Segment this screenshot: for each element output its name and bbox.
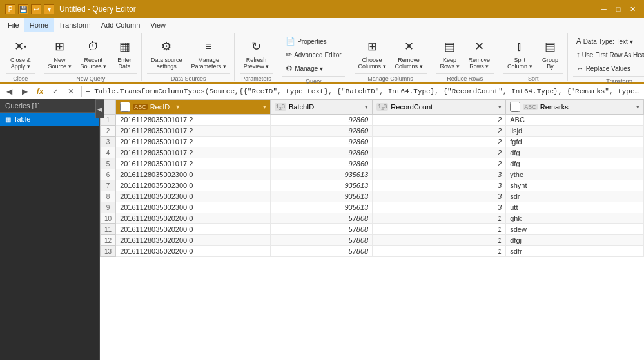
remarks-select-checkbox[interactable]	[510, 102, 520, 112]
col-header-recid[interactable]: ABC RecID ▼ ▾	[116, 100, 271, 115]
col-header-recordcount[interactable]: 123 RecordCount ▾	[373, 100, 506, 115]
recid-filter-button[interactable]: ▾	[263, 104, 266, 110]
batchid-cell: 935613	[270, 191, 372, 202]
recordcount-cell: 3	[373, 169, 506, 180]
choose-columns-button[interactable]: ⊞ ChooseColumns ▾	[355, 35, 390, 72]
table-row[interactable]: 9 20161128035002300 0 935613 3 utt	[101, 202, 644, 213]
group-label-close: Close	[6, 73, 35, 83]
group-label-sort: Sort	[503, 73, 563, 83]
row-num-cell: 7	[101, 180, 116, 191]
ribbon-group-query: 📄 Properties ✏ Advanced Editor ⚙ Manage …	[278, 33, 349, 81]
table-row[interactable]: 4 20161128035001017 2 92860 2 dfg	[101, 147, 644, 158]
row-num-cell: 3	[101, 137, 116, 147]
table-row[interactable]: 6 20161128035002300 0 935613 3 ythe	[101, 169, 644, 180]
enter-data-button[interactable]: ▦ EnterData	[112, 35, 137, 72]
remove-rows-button[interactable]: ✕ RemoveRows ▾	[465, 35, 494, 72]
quick-access-dropdown[interactable]: ▾	[44, 4, 54, 14]
remarks-cell: dfg	[506, 158, 644, 169]
data-type-button[interactable]: A Data Type: Text ▾	[573, 35, 644, 48]
row-num-cell: 6	[101, 169, 116, 180]
recordcount-filter-button[interactable]: ▾	[498, 104, 502, 110]
advanced-editor-button[interactable]: ✏ Advanced Editor	[282, 48, 344, 61]
table-row[interactable]: 1 20161128035001017 2 92860 2 ABC	[101, 115, 644, 126]
ribbon-group-close-items: ✕▾ Close &Apply ▾	[6, 35, 35, 72]
remarks-cell: dfgj	[506, 235, 644, 246]
properties-button[interactable]: 📄 Properties	[282, 35, 344, 48]
minimize-button[interactable]: ─	[598, 3, 610, 15]
recordcount-cell: 2	[373, 137, 506, 147]
batchid-cell: 935613	[270, 180, 372, 191]
query-item-table[interactable]: ▦ Table	[0, 113, 99, 126]
col-header-batchid[interactable]: 123 BatchID ▾	[270, 100, 372, 115]
formula-text[interactable]: = Table.TransformColumnTypes(Source,{{"R…	[86, 88, 641, 95]
menu-transform[interactable]: Transform	[54, 18, 96, 32]
table-row[interactable]: 13 20161128035020200 0 57808 1 sdfr	[101, 246, 644, 257]
table-row[interactable]: 5 20161128035001017 2 92860 2 dfg	[101, 158, 644, 169]
new-source-icon: ⊞	[51, 37, 69, 55]
batchid-filter-button[interactable]: ▾	[365, 104, 368, 110]
use-first-row-button[interactable]: ↑ Use First Row As Headers ▾	[573, 48, 644, 61]
row-num-cell: 12	[101, 235, 116, 246]
table-row[interactable]: 12 20161128035020200 0 57808 1 dfgj	[101, 235, 644, 246]
recid-cell: 20161128035002300 0	[116, 202, 271, 213]
recent-sources-button[interactable]: ⏱ RecentSources ▾	[77, 35, 111, 72]
ribbon-group-transform: A Data Type: Text ▾ ↑ Use First Row As H…	[569, 33, 644, 81]
batchid-type-icon: 123	[275, 103, 286, 111]
data-type-icon: A	[576, 37, 581, 46]
batchid-cell: 92860	[270, 147, 372, 158]
col-header-remarks[interactable]: ABC Remarks ▾	[506, 100, 644, 115]
table-row[interactable]: 3 20161128035001017 2 92860 2 fgfd	[101, 137, 644, 147]
group-label-data-sources: Data Sources	[147, 73, 230, 83]
table-row[interactable]: 11 20161128035020200 0 57808 1 sdew	[101, 224, 644, 235]
refresh-preview-icon: ↻	[247, 37, 265, 55]
maximize-button[interactable]: □	[612, 3, 625, 15]
batchid-cell: 57808	[270, 224, 372, 235]
table-icon: ▦	[5, 116, 11, 123]
data-source-settings-button[interactable]: ⚙ Data sourcesettings	[147, 35, 186, 72]
group-label-manage-columns: Manage Columns	[355, 73, 427, 83]
recid-cell: 20161128035001017 2	[116, 137, 271, 147]
ribbon-group-new-query-items: ⊞ NewSource ▾ ⏱ RecentSources ▾ ▦ EnterD…	[44, 35, 138, 72]
menu-view[interactable]: View	[145, 18, 171, 32]
manage-parameters-icon: ≡	[200, 37, 218, 55]
remarks-filter-button[interactable]: ▾	[636, 104, 639, 110]
menu-file[interactable]: File	[3, 18, 24, 32]
menu-add-column[interactable]: Add Column	[96, 18, 146, 32]
close-button[interactable]: ✕	[626, 3, 639, 15]
col-select-checkbox[interactable]	[120, 102, 130, 112]
table-row[interactable]: 2 20161128035001017 2 92860 2 lisjd	[101, 126, 644, 137]
group-by-button[interactable]: ▤ GroupBy	[538, 35, 563, 72]
split-column-button[interactable]: ⫿ SplitColumn ▾	[503, 35, 536, 72]
batchid-cell: 57808	[270, 213, 372, 224]
recid-cell: 20161128035002300 0	[116, 180, 271, 191]
new-source-button[interactable]: ⊞ NewSource ▾	[44, 35, 75, 72]
nav-left-button[interactable]: ◀	[3, 86, 15, 97]
close-apply-button[interactable]: ✕▾ Close &Apply ▾	[6, 35, 35, 72]
keep-rows-button[interactable]: ▤ KeepRows ▾	[436, 35, 463, 72]
save-icon[interactable]: 💾	[18, 4, 28, 14]
menu-home[interactable]: Home	[24, 18, 54, 32]
batchid-cell: 935613	[270, 202, 372, 213]
collapse-panel-button[interactable]: ◀	[95, 99, 104, 118]
queries-panel-header: Queries [1]	[0, 99, 99, 113]
left-panel-wrapper: Queries [1] ▦ Table ◀	[0, 99, 100, 360]
cancel-formula-button[interactable]: ✕	[64, 86, 77, 97]
manage-button[interactable]: ⚙ Manage ▾	[282, 62, 344, 75]
refresh-preview-button[interactable]: ↻ RefreshPreview ▾	[240, 35, 273, 72]
recid-cell: 20161128035001017 2	[116, 158, 271, 169]
fx-label: fx	[34, 86, 46, 97]
manage-parameters-button[interactable]: ≡ ManageParameters ▾	[188, 35, 230, 72]
ribbon: ✕▾ Close &Apply ▾ Close ⊞ NewSource ▾ ⏱ …	[0, 32, 644, 84]
replace-values-button[interactable]: ↔ Replace Values	[573, 62, 644, 75]
table-row[interactable]: 8 20161128035002300 0 935613 3 sdr	[101, 191, 644, 202]
table-row[interactable]: 10 20161128035020200 0 57808 1 ghk	[101, 213, 644, 224]
row-num-cell: 9	[101, 202, 116, 213]
recid-cell: 20161128035002300 0	[116, 191, 271, 202]
validate-button[interactable]: ✓	[49, 86, 62, 97]
table-row[interactable]: 7 20161128035002300 0 935613 3 shyht	[101, 180, 644, 191]
nav-right-button[interactable]: ▶	[18, 86, 31, 97]
recent-sources-icon: ⏱	[84, 37, 102, 55]
undo-icon[interactable]: ↩	[31, 4, 41, 14]
recordcount-cell: 1	[373, 213, 506, 224]
remove-columns-button[interactable]: ✕ RemoveColumns ▾	[391, 35, 427, 72]
